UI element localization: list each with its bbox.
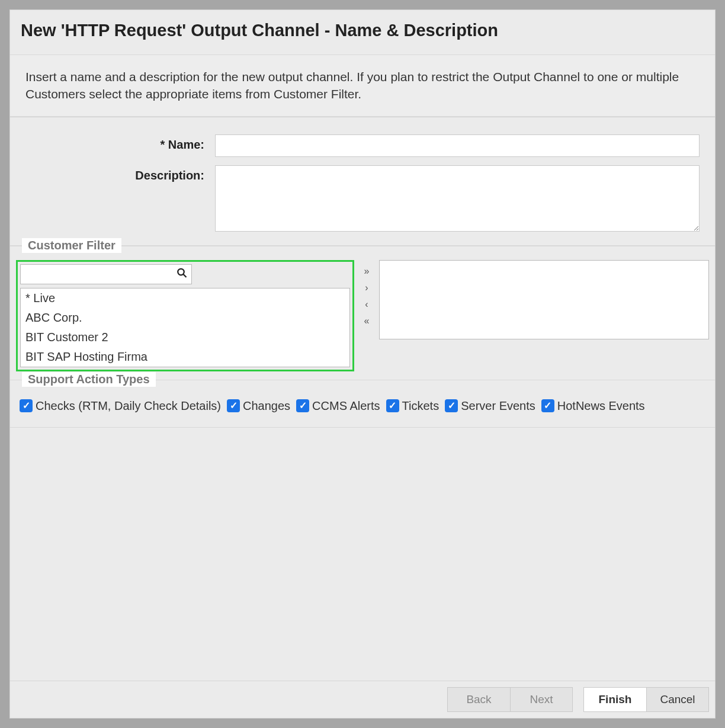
description-input[interactable] — [215, 165, 700, 232]
customer-filter-section: Customer Filter * Live ABC Corp. BIT Cus… — [10, 246, 715, 380]
customer-filter-legend: Customer Filter — [22, 238, 121, 253]
checkbox-checks[interactable]: Checks (RTM, Daily Check Details) — [17, 395, 222, 416]
customer-search-input[interactable] — [20, 264, 192, 284]
name-input[interactable] — [215, 134, 700, 157]
list-item[interactable]: BIT Customer 2 — [21, 328, 349, 347]
list-item[interactable]: BIT SAP Hosting Firma — [21, 347, 349, 367]
selected-customers-listbox[interactable] — [379, 260, 709, 339]
remove-one-button[interactable]: ‹ — [360, 298, 373, 311]
available-customers-listbox[interactable]: * Live ABC Corp. BIT Customer 2 BIT SAP … — [20, 288, 350, 367]
support-action-types-section: Support Action Types Checks (RTM, Daily … — [10, 380, 715, 427]
dialog-instruction: Insert a name and a description for the … — [10, 54, 715, 117]
dialog: New 'HTTP Request' Output Channel - Name… — [9, 9, 716, 719]
checkbox-input[interactable] — [541, 399, 554, 412]
transfer-buttons: » › ‹ « — [359, 260, 374, 371]
next-button[interactable]: Next — [510, 687, 573, 712]
checkbox-ccms-alerts[interactable]: CCMS Alerts — [294, 395, 381, 416]
customer-filter-highlight: * Live ABC Corp. BIT Customer 2 BIT SAP … — [16, 260, 354, 371]
form-area: * Name: Description: — [10, 117, 715, 246]
list-item[interactable]: ABC Corp. — [21, 308, 349, 328]
list-item[interactable]: * Live — [21, 288, 349, 308]
checkbox-label: CCMS Alerts — [312, 395, 381, 416]
add-one-button[interactable]: › — [360, 281, 373, 294]
checkbox-server-events[interactable]: Server Events — [442, 395, 537, 416]
action-types-row: Checks (RTM, Daily Check Details) Change… — [10, 395, 715, 416]
checkbox-input[interactable] — [445, 399, 458, 412]
add-all-button[interactable]: » — [360, 265, 373, 278]
finish-button[interactable]: Finish — [583, 687, 646, 712]
checkbox-label: Tickets — [402, 395, 441, 416]
spacer — [10, 427, 715, 681]
back-button[interactable]: Back — [447, 687, 510, 712]
checkbox-input[interactable] — [296, 399, 309, 412]
remove-all-button[interactable]: « — [360, 315, 373, 328]
checkbox-input[interactable] — [227, 399, 240, 412]
checkbox-input[interactable] — [386, 399, 399, 412]
checkbox-label: HotNews Events — [557, 395, 646, 416]
name-label: * Name: — [25, 134, 215, 152]
checkbox-hotnews-events[interactable]: HotNews Events — [539, 395, 646, 416]
checkbox-label: Server Events — [460, 395, 537, 416]
checkbox-label: Changes — [242, 395, 291, 416]
dialog-footer: Back Next Finish Cancel — [10, 681, 715, 718]
checkbox-label: Checks (RTM, Daily Check Details) — [35, 395, 222, 416]
checkbox-tickets[interactable]: Tickets — [384, 395, 441, 416]
support-action-types-legend: Support Action Types — [22, 372, 156, 387]
checkbox-input[interactable] — [20, 399, 33, 412]
description-label: Description: — [25, 165, 215, 182]
list-item[interactable]: BIT customer 1 — [21, 367, 349, 367]
checkbox-changes[interactable]: Changes — [224, 395, 291, 416]
dialog-title: New 'HTTP Request' Output Channel - Name… — [10, 10, 715, 54]
cancel-button[interactable]: Cancel — [646, 687, 709, 712]
